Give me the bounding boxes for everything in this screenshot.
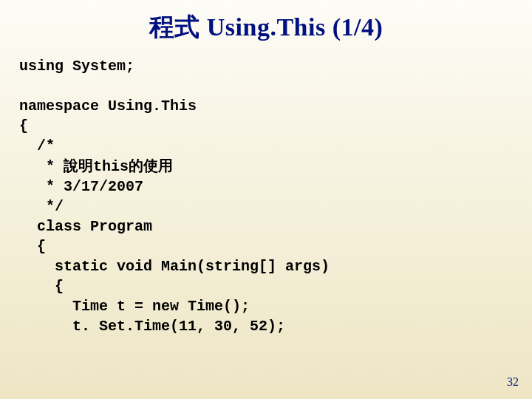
code-line-part: this bbox=[93, 158, 129, 175]
code-line: namespace Using.This bbox=[19, 98, 197, 115]
code-line: using System; bbox=[19, 58, 134, 75]
title-rest: Using.This (1/4) bbox=[200, 13, 383, 41]
code-line: static void Main(string[] args) bbox=[19, 258, 330, 275]
code-line-cjk: 說明 bbox=[64, 157, 93, 174]
code-line: /* bbox=[19, 137, 55, 154]
title-cjk: 程式 bbox=[149, 13, 200, 41]
code-line: * 3/17/2007 bbox=[19, 178, 143, 195]
code-line-cjk: 的使用 bbox=[129, 157, 173, 174]
code-line: */ bbox=[19, 198, 64, 215]
slide-title: 程式 Using.This (1/4) bbox=[0, 0, 532, 49]
code-block: using System; namespace Using.This { /* … bbox=[0, 49, 532, 336]
code-line: { bbox=[19, 117, 28, 134]
page-number: 32 bbox=[507, 375, 519, 389]
code-line-part: * bbox=[19, 158, 64, 175]
code-line: { bbox=[19, 278, 64, 295]
code-line: { bbox=[19, 238, 46, 255]
code-line: Time t = new Time(); bbox=[19, 298, 250, 315]
code-line: class Program bbox=[19, 218, 152, 235]
code-line: t. Set.Time(11, 30, 52); bbox=[19, 318, 285, 335]
